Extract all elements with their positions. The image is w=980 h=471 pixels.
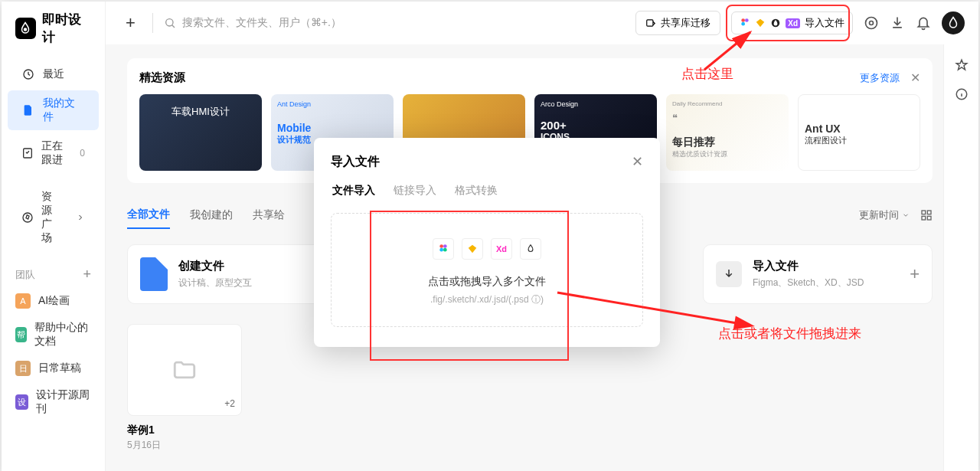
tab-all[interactable]: 全部文件 (127, 201, 170, 229)
close-featured-button[interactable]: ✕ (910, 70, 920, 85)
svg-rect-5 (647, 20, 653, 26)
team-badge: A (15, 293, 31, 309)
team-item-2[interactable]: 日 日常草稿 (2, 355, 105, 382)
chevron-right-icon (76, 213, 85, 222)
import-file-card[interactable]: 导入文件 Figma、Sketch、XD、JSD + (703, 244, 933, 304)
folder-icon (172, 357, 198, 383)
info-icon[interactable] (955, 87, 969, 101)
svg-point-6 (742, 18, 746, 22)
team-badge: 帮 (15, 327, 27, 342)
search-placeholder: 搜索文件、文件夹、用户（⌘+.） (182, 16, 341, 30)
sidebar: 即时设计 最近 我的文件 正在跟进 0 资源广场 团队 + A (2, 2, 106, 471)
team-item-1[interactable]: 帮 帮助中心的文档 (2, 315, 105, 355)
team-item-3[interactable]: 设 设计开源周刊 (2, 382, 105, 422)
modal-tabs: 文件导入 链接导入 格式转换 (331, 181, 643, 201)
figma-chip-icon (433, 238, 454, 260)
nav-following[interactable]: 正在跟进 0 (8, 133, 99, 173)
avatar[interactable] (942, 11, 965, 34)
team-item-0[interactable]: A AI绘画 (2, 287, 105, 315)
chevron-down-icon (902, 211, 910, 219)
xd-chip-icon: Xd (491, 238, 512, 260)
featured-card[interactable]: 车载HMI设计 (139, 94, 262, 171)
svg-point-4 (166, 19, 173, 26)
svg-rect-14 (927, 211, 931, 214)
nav-following-label: 正在跟进 (41, 139, 64, 167)
annotation-drag-here: 点击或者将文件拖拽进来 (718, 325, 861, 342)
figma-icon (740, 18, 750, 28)
featured-card[interactable]: Ant UX流程图设计 (798, 94, 920, 171)
team-label: 日常草稿 (38, 361, 81, 375)
svg-point-10 (866, 18, 877, 29)
logo-text: 即时设计 (42, 11, 91, 46)
svg-point-17 (439, 244, 443, 248)
svg-point-7 (745, 18, 749, 22)
grid-view-icon[interactable] (920, 209, 933, 221)
compass-icon (21, 211, 34, 224)
download-arrow-icon (716, 261, 742, 287)
nav-recent[interactable]: 最近 (8, 61, 99, 87)
svg-rect-15 (922, 216, 926, 220)
import-file-label: 导入文件 (805, 16, 844, 30)
import-file-button[interactable]: Xd 导入文件 (731, 11, 853, 34)
modal-tab-link[interactable]: 链接导入 (392, 181, 438, 201)
dropzone[interactable]: Xd 点击或拖拽导入多个文件 .fig/.sketch/.xd/.jsd/(.p… (331, 213, 643, 327)
create-file-sub: 设计稿、原型交互 (178, 276, 252, 289)
tab-shared[interactable]: 共享给 (253, 202, 285, 228)
jsd-icon (770, 18, 781, 28)
search-input[interactable]: 搜索文件、文件夹、用户（⌘+.） (164, 16, 341, 30)
dropzone-text: 点击或拖拽导入多个文件 (347, 275, 627, 289)
share-migrate-button[interactable]: 共享库迁移 (635, 11, 720, 35)
modal-title: 导入文件 (331, 154, 632, 170)
svg-rect-16 (927, 216, 931, 220)
featured-title: 精选资源 (139, 70, 860, 85)
share-migrate-label: 共享库迁移 (661, 16, 710, 30)
featured-card[interactable]: Daily Recommend❝每日推荐精选优质设计资源 (666, 94, 789, 171)
file-icon (21, 103, 35, 117)
sketch-chip-icon (462, 238, 483, 260)
create-file-title: 创建文件 (178, 259, 252, 273)
sort-select[interactable]: 更新时间 (859, 208, 910, 222)
svg-point-3 (23, 213, 32, 222)
nav-recent-label: 最近 (43, 67, 64, 81)
download-icon[interactable] (890, 15, 905, 31)
bell-icon[interactable] (916, 15, 931, 31)
dropzone-formats: .fig/.sketch/.xd/.jsd/(.psd ⓘ) (347, 293, 627, 306)
modal-tab-convert[interactable]: 格式转换 (453, 181, 499, 201)
team-header: 团队 + (2, 253, 105, 287)
clock-icon (21, 67, 35, 81)
svg-point-11 (870, 21, 874, 25)
team-label: 帮助中心的文档 (34, 321, 91, 348)
jsd-chip-icon (520, 238, 541, 260)
import-card-sub: Figma、Sketch、XD、JSD (753, 276, 864, 289)
tab-mine[interactable]: 我创建的 (190, 202, 233, 228)
migrate-icon (645, 18, 656, 28)
svg-point-0 (24, 28, 27, 31)
modal-tab-file[interactable]: 文件导入 (331, 181, 377, 201)
help-icon[interactable] (864, 15, 879, 31)
star-icon[interactable] (955, 58, 969, 72)
logo[interactable]: 即时设计 (2, 11, 105, 60)
topbar: + 搜索文件、文件夹、用户（⌘+.） 共享库迁移 Xd 导入文件 (106, 2, 978, 44)
folder-thumb: +2 (127, 324, 242, 416)
search-icon (164, 17, 176, 29)
following-count: 0 (80, 148, 85, 159)
nav-my-files[interactable]: 我的文件 (8, 90, 99, 130)
modal-close-button[interactable]: ✕ (632, 153, 643, 170)
folder-count: +2 (224, 398, 235, 409)
svg-point-20 (443, 248, 447, 252)
logo-icon (15, 18, 36, 39)
add-team-button[interactable]: + (83, 267, 91, 283)
nav-resources[interactable]: 资源广场 (8, 184, 99, 251)
svg-point-8 (742, 22, 746, 26)
svg-rect-13 (922, 211, 926, 214)
xd-icon: Xd (786, 18, 800, 28)
right-rail (943, 44, 978, 471)
add-import-button[interactable]: + (910, 264, 920, 284)
svg-point-18 (443, 244, 447, 248)
folder-name: 举例1 (127, 424, 933, 437)
team-badge: 设 (15, 394, 28, 410)
more-resources-link[interactable]: 更多资源 (860, 71, 900, 85)
team-badge: 日 (15, 361, 31, 376)
divider (152, 13, 153, 33)
new-button[interactable]: + (119, 10, 142, 36)
